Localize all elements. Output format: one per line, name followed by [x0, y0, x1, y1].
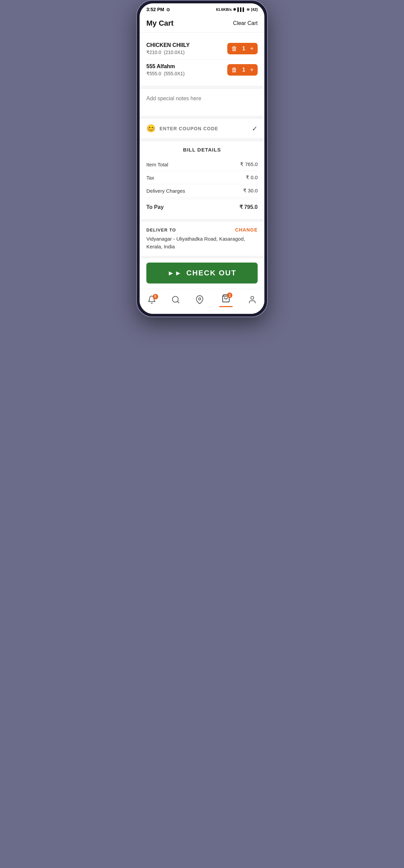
delivery-address: Vidyanagar - Uliyathadka Road, Kasaragod…	[146, 235, 258, 250]
profile-icon	[248, 295, 257, 306]
item-1-info: CHICKEN CHIILY ₹210.0 (210.0X1)	[146, 42, 190, 55]
nav-item-location[interactable]	[190, 294, 209, 307]
main-content: CHICKEN CHIILY ₹210.0 (210.0X1) 🗑 1 +	[140, 33, 264, 314]
item-total-amount: ₹ 765.0	[240, 161, 258, 167]
cart-active-indicator	[219, 306, 233, 307]
checkout-label: CHECK OUT	[186, 269, 236, 277]
notifications-badge: 0	[153, 294, 158, 299]
item-2-quantity-control: 🗑 1 +	[227, 64, 258, 76]
coupon-check-icon[interactable]: ✓	[252, 125, 258, 133]
cart-items-section: CHICKEN CHIILY ₹210.0 (210.0X1) 🗑 1 +	[140, 33, 264, 86]
cart-item-1: CHICKEN CHIILY ₹210.0 (210.0X1) 🗑 1 +	[146, 38, 258, 59]
status-left: 3:52 PM ⊙	[146, 7, 170, 12]
bill-row-tax: Tax ₹ 0.0	[146, 171, 258, 184]
wifi-icon: ≋	[247, 7, 250, 12]
delivery-label: Delivery Charges	[146, 188, 185, 194]
delivery-amount: ₹ 30.0	[243, 188, 258, 194]
checkout-button[interactable]: ►► CHECK OUT	[146, 263, 258, 283]
bill-row-total: To Pay ₹ 795.0	[146, 199, 258, 214]
clear-cart-button[interactable]: Clear Cart	[233, 20, 258, 26]
tax-label: Tax	[146, 175, 154, 181]
checkout-section: ►► CHECK OUT	[140, 259, 264, 289]
cart-icon: 2	[222, 294, 230, 305]
cart-badge: 2	[227, 293, 232, 298]
cart-item-2: 555 Alfahm ₹555.0 (555.0X1) 🗑 1 +	[146, 59, 258, 80]
special-notes-input[interactable]	[146, 96, 258, 108]
nav-item-search[interactable]	[166, 294, 185, 307]
bill-row-item-total: Item Total ₹ 765.0	[146, 158, 258, 171]
total-amount: ₹ 795.0	[239, 204, 258, 210]
notes-section	[140, 88, 264, 116]
item-1-quantity: 1	[242, 46, 245, 52]
status-right: 61.6KB/s ✱ ▌▌▌ ≋ [42]	[216, 7, 258, 12]
checkout-arrow-icon: ►►	[168, 269, 182, 277]
bottom-navigation: 0	[140, 289, 264, 314]
tax-amount: ₹ 0.0	[246, 174, 258, 181]
battery-level: [42]	[251, 7, 258, 11]
bell-icon: 0	[147, 295, 156, 306]
item-total-label: Item Total	[146, 162, 168, 167]
item-2-quantity: 1	[242, 67, 245, 73]
deliver-to-label: DELIVER TO	[146, 227, 176, 233]
coupon-emoji-icon: 😊	[146, 124, 155, 133]
status-time: 3:52 PM	[146, 7, 164, 12]
coupon-input[interactable]	[160, 126, 248, 131]
item-1-name: CHICKEN CHIILY	[146, 42, 190, 48]
svg-line-1	[177, 301, 179, 303]
change-address-button[interactable]: CHANGE	[235, 227, 258, 233]
nav-item-profile[interactable]	[242, 294, 262, 307]
item-1-quantity-control: 🗑 1 +	[227, 43, 258, 54]
nav-item-notifications[interactable]: 0	[142, 294, 162, 307]
bill-row-delivery: Delivery Charges ₹ 30.0	[146, 184, 258, 197]
svg-point-4	[251, 296, 254, 299]
phone-screen: 3:52 PM ⊙ 61.6KB/s ✱ ▌▌▌ ≋ [42] My Cart …	[140, 3, 264, 314]
page-title: My Cart	[146, 19, 174, 28]
total-label: To Pay	[146, 204, 164, 210]
signal-icon: ▌▌▌	[237, 7, 245, 11]
delivery-header: DELIVER TO CHANGE	[146, 227, 258, 233]
item-1-add-button[interactable]: +	[250, 46, 254, 52]
phone-frame: 3:52 PM ⊙ 61.6KB/s ✱ ▌▌▌ ≋ [42] My Cart …	[136, 0, 268, 317]
bluetooth-icon: ✱	[233, 7, 236, 12]
item-1-price: ₹210.0 (210.0X1)	[146, 50, 190, 55]
bill-title: BILL DETAILS	[146, 147, 258, 153]
item-2-add-button[interactable]: +	[250, 67, 254, 73]
delivery-section: DELIVER TO CHANGE Vidyanagar - Uliyathad…	[140, 222, 264, 256]
search-icon	[171, 295, 180, 306]
nav-item-cart[interactable]: 2	[214, 293, 238, 308]
item-2-delete-button[interactable]: 🗑	[231, 67, 237, 73]
item-1-delete-button[interactable]: 🗑	[231, 46, 237, 52]
item-2-info: 555 Alfahm ₹555.0 (555.0X1)	[146, 63, 184, 76]
location-icon	[195, 295, 204, 306]
item-2-price: ₹555.0 (555.0X1)	[146, 71, 184, 76]
whatsapp-icon: ⊙	[166, 7, 170, 12]
item-2-name: 555 Alfahm	[146, 63, 184, 70]
bill-details-section: BILL DETAILS Item Total ₹ 765.0 Tax ₹ 0.…	[140, 141, 264, 219]
svg-point-2	[199, 298, 201, 300]
status-bar: 3:52 PM ⊙ 61.6KB/s ✱ ▌▌▌ ≋ [42]	[140, 3, 264, 14]
coupon-section: 😊 ✓	[140, 118, 264, 139]
network-speed: 61.6KB/s	[216, 7, 232, 11]
page-header: My Cart Clear Cart	[140, 14, 264, 33]
